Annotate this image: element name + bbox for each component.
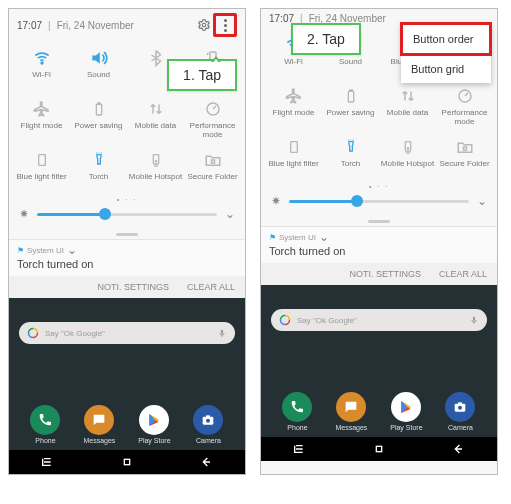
settings-icon[interactable] (195, 16, 213, 34)
overflow-menu: Button order Button grid (401, 23, 491, 83)
app-messages[interactable]: Messages (335, 392, 367, 431)
brightness-row: ✷ ⌄ (261, 192, 497, 216)
app-phone[interactable]: Phone (30, 405, 60, 444)
tile-hotspot[interactable]: Mobile Hotspot (379, 132, 436, 183)
home-button[interactable] (371, 441, 387, 457)
svg-point-17 (206, 419, 210, 423)
homescreen: Say "Ok Google" Phone Messages Play Stor… (261, 285, 497, 437)
back-button[interactable] (198, 454, 214, 470)
tile-bluelight[interactable]: Blue light filter (265, 132, 322, 183)
app-phone[interactable]: Phone (282, 392, 312, 431)
svg-rect-23 (349, 90, 352, 91)
brightness-icon: ✷ (19, 207, 29, 221)
torch-small-icon: ⚑ (17, 246, 24, 255)
tile-performance[interactable]: Performance mode (184, 94, 241, 145)
google-search-bar[interactable]: Say "Ok Google" (19, 322, 235, 344)
svg-rect-37 (458, 402, 462, 404)
airplane-icon (31, 98, 53, 120)
mic-icon (217, 328, 227, 338)
search-placeholder: Say "Ok Google" (297, 316, 357, 325)
svg-rect-38 (376, 446, 381, 451)
svg-point-0 (202, 23, 206, 27)
tile-bluelight[interactable]: Blue light filter (13, 145, 70, 196)
drag-handle[interactable] (9, 229, 245, 239)
page-indicator: • · · (9, 196, 245, 205)
mic-icon (469, 315, 479, 325)
tile-power[interactable]: Power saving (70, 94, 127, 145)
home-button[interactable] (119, 454, 135, 470)
noti-settings-button[interactable]: NOTI. SETTINGS (349, 269, 421, 279)
phone-right: 17:07 | Fri, 24 November 2. Tap Button o… (260, 8, 498, 475)
recents-button[interactable] (40, 454, 56, 470)
nav-bar (9, 450, 245, 474)
recents-button[interactable] (292, 441, 308, 457)
more-menu-button[interactable] (213, 13, 237, 37)
tile-secure[interactable]: Secure Folder (436, 132, 493, 183)
app-messages[interactable]: Messages (83, 405, 115, 444)
brightness-row: ✷ ⌄ (9, 205, 245, 229)
clear-all-button[interactable]: CLEAR ALL (439, 269, 487, 279)
mobiledata-icon (397, 85, 419, 107)
homescreen: Say "Ok Google" Phone Messages Play Stor… (9, 298, 245, 450)
chevron-down-icon[interactable]: ⌄ (477, 194, 487, 208)
chevron-down-icon[interactable]: ⌄ (225, 207, 235, 221)
notification-card[interactable]: ⚑System UI ⌄ Torch turned on (9, 239, 245, 276)
tile-sound[interactable]: Sound (70, 43, 127, 94)
brightness-slider[interactable] (37, 213, 217, 216)
phone-left: 17:07 | Fri, 24 November 1. Tap Wi-Fi So… (8, 8, 246, 475)
noti-settings-button[interactable]: NOTI. SETTINGS (97, 282, 169, 292)
tile-flight[interactable]: Flight mode (13, 94, 70, 145)
svg-rect-19 (124, 459, 129, 464)
google-search-bar[interactable]: Say "Ok Google" (271, 309, 487, 331)
tile-mobiledata[interactable]: Mobile data (127, 94, 184, 145)
tile-hotspot[interactable]: Mobile Hotspot (127, 145, 184, 196)
drag-handle[interactable] (261, 216, 497, 226)
app-playstore[interactable]: Play Store (138, 405, 170, 444)
dock: Phone Messages Play Store Camera (271, 392, 487, 437)
mobiledata-icon (145, 98, 167, 120)
torch-small-icon: ⚑ (269, 233, 276, 242)
tile-torch[interactable]: Torch (70, 145, 127, 196)
tile-secure[interactable]: Secure Folder (184, 145, 241, 196)
svg-rect-9 (211, 160, 214, 163)
page-indicator: • · · (261, 183, 497, 192)
airplane-icon (283, 85, 305, 107)
notification-card[interactable]: ⚑System UI ⌄ Torch turned on (261, 226, 497, 263)
notif-body: Torch turned on (17, 258, 237, 270)
svg-rect-6 (38, 155, 45, 166)
app-camera[interactable]: Camera (193, 405, 223, 444)
brightness-slider[interactable] (289, 200, 469, 203)
brightness-icon: ✷ (271, 194, 281, 208)
clear-all-button[interactable]: CLEAR ALL (187, 282, 235, 292)
status-bar: 17:07 | Fri, 24 November (9, 9, 245, 41)
tile-performance[interactable]: Performance mode (436, 81, 493, 132)
tile-wifi[interactable]: Wi-Fi (13, 43, 70, 94)
menu-button-order[interactable]: Button order (400, 22, 492, 56)
bluelight-icon (283, 136, 305, 158)
sound-icon (88, 47, 110, 69)
notif-body: Torch turned on (269, 245, 489, 257)
battery-icon (88, 98, 110, 120)
app-playstore[interactable]: Play Store (390, 392, 422, 431)
google-icon (27, 327, 39, 339)
svg-rect-22 (348, 91, 353, 102)
svg-rect-18 (206, 415, 210, 417)
torch-icon (88, 149, 110, 171)
tile-mobiledata[interactable]: Mobile data (379, 81, 436, 132)
clock-text: 17:07 (17, 20, 42, 31)
app-camera[interactable]: Camera (445, 392, 475, 431)
hotspot-icon (397, 136, 419, 158)
tile-power[interactable]: Power saving (322, 81, 379, 132)
back-button[interactable] (450, 441, 466, 457)
callout-tap-2: 2. Tap (291, 23, 361, 55)
notif-actions: NOTI. SETTINGS CLEAR ALL (261, 263, 497, 285)
notif-app: ⚑System UI ⌄ (17, 243, 237, 257)
svg-rect-33 (473, 317, 475, 321)
tile-torch[interactable]: Torch (322, 132, 379, 183)
svg-rect-25 (290, 142, 297, 153)
tile-flight[interactable]: Flight mode (265, 81, 322, 132)
torch-icon (340, 136, 362, 158)
battery-icon (340, 85, 362, 107)
menu-button-grid[interactable]: Button grid (401, 55, 491, 83)
date-text: Fri, 24 November (57, 20, 134, 31)
